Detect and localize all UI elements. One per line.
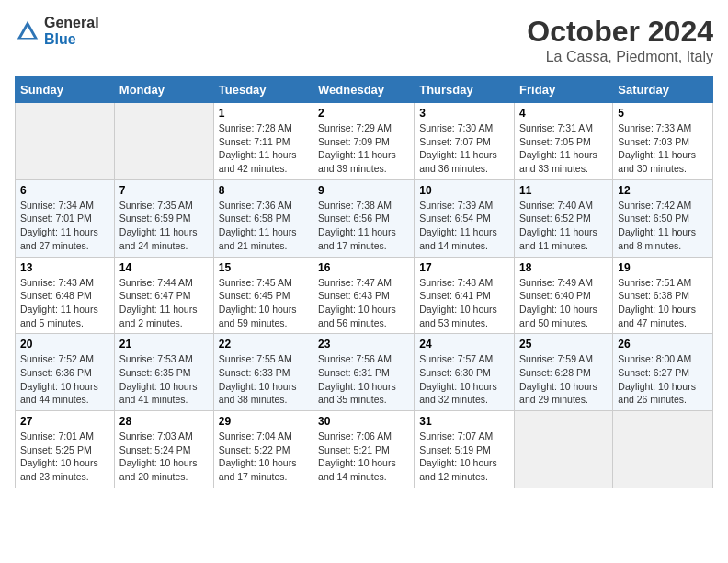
day-cell: 13Sunrise: 7:43 AM Sunset: 6:48 PM Dayli…: [16, 257, 115, 334]
day-info: Sunrise: 7:07 AM Sunset: 5:19 PM Dayligh…: [419, 430, 509, 484]
day-info: Sunrise: 7:43 AM Sunset: 6:48 PM Dayligh…: [20, 276, 109, 330]
title-section: October 2024 La Cassa, Piedmont, Italy: [527, 15, 713, 65]
header-day-thursday: Thursday: [415, 77, 515, 103]
week-row-3: 13Sunrise: 7:43 AM Sunset: 6:48 PM Dayli…: [16, 257, 713, 334]
day-cell: 7Sunrise: 7:35 AM Sunset: 6:59 PM Daylig…: [114, 179, 213, 257]
day-number: 8: [219, 184, 308, 197]
day-number: 30: [318, 415, 409, 428]
day-number: 7: [119, 184, 209, 197]
day-number: 9: [318, 184, 409, 197]
week-row-1: 1Sunrise: 7:28 AM Sunset: 7:11 PM Daylig…: [16, 103, 713, 180]
header-day-monday: Monday: [114, 77, 213, 103]
day-cell: [114, 103, 213, 180]
day-number: 31: [419, 415, 509, 428]
day-number: 1: [219, 107, 308, 120]
day-info: Sunrise: 7:47 AM Sunset: 6:43 PM Dayligh…: [318, 276, 409, 330]
day-info: Sunrise: 7:52 AM Sunset: 6:36 PM Dayligh…: [20, 352, 109, 407]
day-cell: 29Sunrise: 7:04 AM Sunset: 5:22 PM Dayli…: [213, 411, 313, 488]
day-info: Sunrise: 7:36 AM Sunset: 6:58 PM Dayligh…: [219, 199, 308, 253]
week-row-4: 20Sunrise: 7:52 AM Sunset: 6:36 PM Dayli…: [16, 334, 713, 411]
day-number: 10: [419, 184, 509, 197]
calendar-header: SundayMondayTuesdayWednesdayThursdayFrid…: [16, 77, 713, 103]
day-number: 26: [618, 338, 708, 350]
day-cell: 22Sunrise: 7:55 AM Sunset: 6:33 PM Dayli…: [213, 334, 313, 411]
day-cell: 20Sunrise: 7:52 AM Sunset: 6:36 PM Dayli…: [16, 334, 115, 411]
day-number: 24: [419, 338, 509, 350]
day-info: Sunrise: 7:55 AM Sunset: 6:33 PM Dayligh…: [219, 352, 308, 407]
day-info: Sunrise: 7:35 AM Sunset: 6:59 PM Dayligh…: [119, 199, 209, 253]
day-cell: 24Sunrise: 7:57 AM Sunset: 6:30 PM Dayli…: [415, 334, 515, 411]
day-info: Sunrise: 7:45 AM Sunset: 6:45 PM Dayligh…: [219, 276, 308, 330]
day-info: Sunrise: 7:31 AM Sunset: 7:05 PM Dayligh…: [519, 121, 608, 176]
day-number: 14: [119, 261, 209, 274]
day-info: Sunrise: 7:33 AM Sunset: 7:03 PM Dayligh…: [618, 121, 708, 176]
day-cell: 21Sunrise: 7:53 AM Sunset: 6:35 PM Dayli…: [114, 334, 213, 411]
day-cell: 12Sunrise: 7:42 AM Sunset: 6:50 PM Dayli…: [613, 179, 713, 257]
logo-text: General Blue: [44, 15, 99, 47]
day-info: Sunrise: 7:39 AM Sunset: 6:54 PM Dayligh…: [419, 199, 509, 253]
day-number: 21: [119, 338, 209, 350]
day-number: 6: [20, 184, 109, 197]
day-cell: 25Sunrise: 7:59 AM Sunset: 6:28 PM Dayli…: [515, 334, 613, 411]
day-info: Sunrise: 7:03 AM Sunset: 5:24 PM Dayligh…: [119, 430, 209, 484]
day-cell: 1Sunrise: 7:28 AM Sunset: 7:11 PM Daylig…: [213, 103, 313, 180]
day-info: Sunrise: 7:49 AM Sunset: 6:40 PM Dayligh…: [519, 276, 608, 330]
day-cell: [613, 411, 713, 488]
day-info: Sunrise: 7:38 AM Sunset: 6:56 PM Dayligh…: [318, 199, 409, 253]
location: La Cassa, Piedmont, Italy: [527, 49, 713, 65]
header-day-friday: Friday: [515, 77, 613, 103]
day-info: Sunrise: 7:59 AM Sunset: 6:28 PM Dayligh…: [519, 352, 608, 407]
day-info: Sunrise: 7:56 AM Sunset: 6:31 PM Dayligh…: [318, 352, 409, 407]
day-cell: 8Sunrise: 7:36 AM Sunset: 6:58 PM Daylig…: [213, 179, 313, 257]
day-cell: 17Sunrise: 7:48 AM Sunset: 6:41 PM Dayli…: [415, 257, 515, 334]
day-number: 17: [419, 261, 509, 274]
day-info: Sunrise: 7:53 AM Sunset: 6:35 PM Dayligh…: [119, 352, 209, 407]
header-day-saturday: Saturday: [613, 77, 713, 103]
day-number: 13: [20, 261, 109, 274]
month-title: October 2024: [527, 15, 713, 49]
day-cell: 3Sunrise: 7:30 AM Sunset: 7:07 PM Daylig…: [415, 103, 515, 180]
day-number: 22: [219, 338, 308, 350]
day-cell: 18Sunrise: 7:49 AM Sunset: 6:40 PM Dayli…: [515, 257, 613, 334]
day-cell: 6Sunrise: 7:34 AM Sunset: 7:01 PM Daylig…: [16, 179, 115, 257]
day-cell: 4Sunrise: 7:31 AM Sunset: 7:05 PM Daylig…: [515, 103, 613, 180]
day-number: 29: [219, 415, 308, 428]
day-info: Sunrise: 7:42 AM Sunset: 6:50 PM Dayligh…: [618, 199, 708, 253]
week-row-2: 6Sunrise: 7:34 AM Sunset: 7:01 PM Daylig…: [16, 179, 713, 257]
day-info: Sunrise: 8:00 AM Sunset: 6:27 PM Dayligh…: [618, 352, 708, 407]
day-info: Sunrise: 7:29 AM Sunset: 7:09 PM Dayligh…: [318, 121, 409, 176]
day-number: 3: [419, 107, 509, 120]
day-cell: 15Sunrise: 7:45 AM Sunset: 6:45 PM Dayli…: [213, 257, 313, 334]
day-cell: 31Sunrise: 7:07 AM Sunset: 5:19 PM Dayli…: [415, 411, 515, 488]
calendar-table: SundayMondayTuesdayWednesdayThursdayFrid…: [15, 76, 713, 488]
header-day-wednesday: Wednesday: [313, 77, 415, 103]
day-cell: 16Sunrise: 7:47 AM Sunset: 6:43 PM Dayli…: [313, 257, 415, 334]
day-info: Sunrise: 7:57 AM Sunset: 6:30 PM Dayligh…: [419, 352, 509, 407]
day-info: Sunrise: 7:30 AM Sunset: 7:07 PM Dayligh…: [419, 121, 509, 176]
day-cell: [515, 411, 613, 488]
day-number: 19: [618, 261, 708, 274]
logo-blue: Blue: [44, 31, 99, 48]
day-cell: 30Sunrise: 7:06 AM Sunset: 5:21 PM Dayli…: [313, 411, 415, 488]
day-info: Sunrise: 7:44 AM Sunset: 6:47 PM Dayligh…: [119, 276, 209, 330]
day-number: 5: [618, 107, 708, 120]
day-number: 4: [519, 107, 608, 120]
day-info: Sunrise: 7:06 AM Sunset: 5:21 PM Dayligh…: [318, 430, 409, 484]
day-number: 28: [119, 415, 209, 428]
day-cell: 14Sunrise: 7:44 AM Sunset: 6:47 PM Dayli…: [114, 257, 213, 334]
day-info: Sunrise: 7:40 AM Sunset: 6:52 PM Dayligh…: [519, 199, 608, 253]
logo-icon: [15, 18, 40, 44]
day-info: Sunrise: 7:48 AM Sunset: 6:41 PM Dayligh…: [419, 276, 509, 330]
header-row: SundayMondayTuesdayWednesdayThursdayFrid…: [16, 77, 713, 103]
day-cell: 2Sunrise: 7:29 AM Sunset: 7:09 PM Daylig…: [313, 103, 415, 180]
day-number: 23: [318, 338, 409, 350]
day-cell: 11Sunrise: 7:40 AM Sunset: 6:52 PM Dayli…: [515, 179, 613, 257]
day-info: Sunrise: 7:34 AM Sunset: 7:01 PM Dayligh…: [20, 199, 109, 253]
day-cell: 10Sunrise: 7:39 AM Sunset: 6:54 PM Dayli…: [415, 179, 515, 257]
page-header: General Blue October 2024 La Cassa, Pied…: [15, 15, 713, 65]
day-cell: 5Sunrise: 7:33 AM Sunset: 7:03 PM Daylig…: [613, 103, 713, 180]
logo: General Blue: [15, 15, 99, 47]
day-number: 18: [519, 261, 608, 274]
day-number: 11: [519, 184, 608, 197]
week-row-5: 27Sunrise: 7:01 AM Sunset: 5:25 PM Dayli…: [16, 411, 713, 488]
